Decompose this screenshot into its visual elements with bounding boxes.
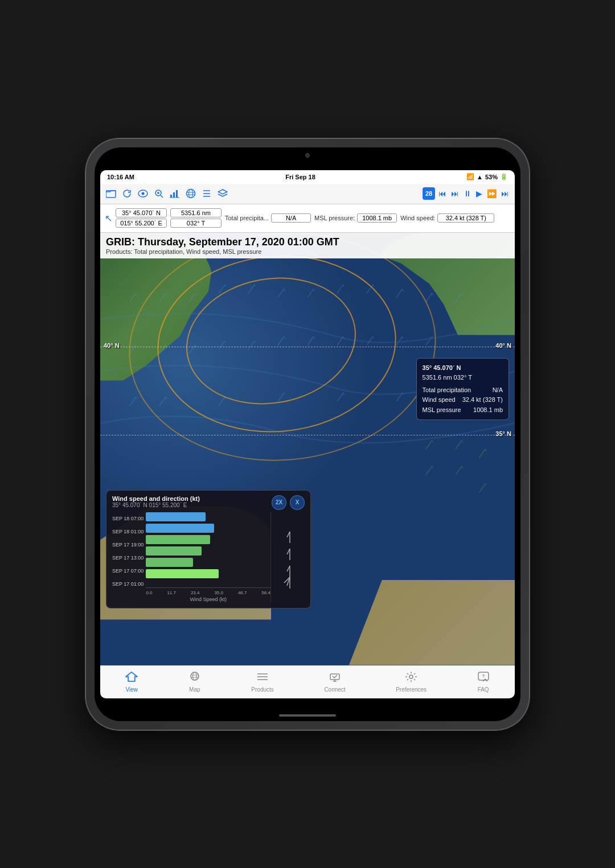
refresh-icon[interactable]: [121, 187, 133, 200]
chart-bar-row: [146, 546, 270, 556]
zoom-icon[interactable]: [153, 187, 165, 200]
coord-group: 35° 45.070´ N 015° 55.200´ E: [116, 208, 167, 228]
msl-value: 1008.1 mb: [357, 213, 397, 223]
list-icon[interactable]: [200, 187, 213, 200]
dist-group: 5351.6 nm 032° T: [170, 208, 222, 228]
chart-bars-area: 0.011.723.435.046.758.4 Wind Speed (kt): [146, 512, 270, 602]
chart-icon[interactable]: [169, 187, 181, 200]
camera-dot: [305, 153, 310, 158]
chart-labels: SEP 18 07:00SEP 18 01:00SEP 17 19:00SEP …: [112, 512, 146, 602]
chart-row-label: SEP 17 01:00: [112, 581, 144, 587]
svg-rect-9: [176, 190, 178, 198]
tab-map[interactable]: Map: [184, 669, 206, 695]
chart-bar-row: [146, 512, 270, 521]
lon-field[interactable]: 015° 55.200´ E: [116, 219, 167, 228]
eye-icon[interactable]: [137, 187, 149, 200]
chart-row-label: SEP 18 07:00: [112, 516, 144, 521]
svg-point-38: [409, 675, 413, 678]
chart-body: SEP 18 07:00SEP 18 01:00SEP 17 19:00SEP …: [106, 512, 310, 608]
map-header: GRIB: Thursday, September 17, 2020 01:00…: [100, 233, 515, 258]
tab-map-icon: [188, 671, 201, 685]
precip-pair: Total precipita... N/A: [225, 213, 311, 223]
popup-wind-value: 32.4 kt (328 T): [462, 395, 503, 405]
chart-title-area: Wind speed and direction (kt) 35° 45.070…: [112, 495, 200, 508]
chart-x-tick: 23.4: [191, 590, 200, 595]
layers-icon[interactable]: [216, 187, 229, 200]
step-fwd-btn[interactable]: ⏩: [486, 189, 498, 198]
chart-x-tick: 11.7: [167, 590, 176, 595]
chart-x-tick: 46.7: [238, 590, 247, 595]
status-right: 📶 ▲ 53% 🔋: [466, 173, 508, 180]
lat-field[interactable]: 35° 45.070´ N: [116, 208, 167, 217]
svg-line-4: [161, 195, 163, 198]
tab-connect[interactable]: Connect: [319, 669, 350, 695]
tab-map-label: Map: [189, 686, 200, 693]
precip-label: Total precipita...: [225, 215, 269, 221]
dist-field[interactable]: 5351.6 nm: [170, 208, 222, 217]
home-indicator[interactable]: [279, 714, 336, 717]
battery-icon: 🔋: [500, 173, 508, 180]
device-inner: 10:16 AM Fri Sep 18 📶 ▲ 53% 🔋: [95, 147, 520, 721]
tab-products[interactable]: Products: [247, 669, 278, 695]
step-back-btn[interactable]: ⏭: [450, 189, 460, 198]
chart-header: Wind speed and direction (kt) 35° 45.070…: [106, 491, 310, 512]
popup-msl-label: MSL pressure: [423, 405, 461, 416]
tab-preferences-icon: [405, 671, 417, 685]
info-popup: 35° 45.070´ N 5351.6 nm 032° T Total pre…: [416, 358, 509, 421]
chart-bar-row: [146, 535, 270, 544]
precip-value: N/A: [271, 213, 311, 223]
lat-label-40-right: 40° N: [495, 342, 511, 349]
chart-bar: [146, 512, 206, 521]
svg-rect-8: [173, 192, 175, 198]
cursor-icon: ↖: [105, 213, 112, 224]
globe-icon[interactable]: [184, 187, 197, 200]
chart-row-label: SEP 18 01:00: [112, 529, 144, 534]
tab-faq-label: FAQ: [478, 686, 489, 693]
play-btn[interactable]: ▶: [475, 189, 483, 198]
tab-products-icon: [256, 671, 269, 685]
popup-precip-label: Total precipitation: [423, 385, 472, 396]
tab-faq[interactable]: ?FAQ: [473, 669, 494, 695]
tab-bar: ViewMapProductsConnectPreferences?FAQ: [100, 665, 515, 698]
chart-controls: 2X X: [272, 495, 305, 510]
skip-end-btn[interactable]: ⏭: [500, 189, 510, 198]
chart-close-button[interactable]: X: [290, 495, 305, 510]
status-date: Fri Sep 18: [285, 174, 315, 180]
chart-row-label: SEP 17 19:00: [112, 542, 144, 548]
coord-bar: ↖ 35° 45.070´ N 015° 55.200´ E 5351.6 nm…: [100, 204, 515, 233]
skip-start-btn[interactable]: ⏮: [437, 189, 448, 198]
bearing-field[interactable]: 032° T: [170, 219, 222, 228]
tab-view-icon: [125, 671, 138, 685]
chart-bar-row: [146, 558, 270, 567]
wind-pair: Wind speed: 32.4 kt (328 T): [400, 213, 494, 223]
svg-marker-28: [126, 672, 137, 681]
device-frame: 10:16 AM Fri Sep 18 📶 ▲ 53% 🔋: [85, 138, 530, 730]
chart-row-label: SEP 17 13:00: [112, 555, 144, 561]
map-area[interactable]: GRIB: Thursday, September 17, 2020 01:00…: [100, 233, 515, 665]
toolbar-right: 28 ⏮ ⏭ ⏸ ▶ ⏩ ⏭: [423, 187, 510, 200]
lat-label-35-right: 35° N: [495, 430, 511, 437]
chart-x-tick: 35.0: [214, 590, 223, 595]
tab-preferences[interactable]: Preferences: [391, 669, 431, 695]
chart-title: Wind speed and direction (kt): [112, 495, 200, 502]
chart-subtitle: 35° 45.070´ N 015° 55.200´ E: [112, 502, 200, 508]
folder-icon[interactable]: [105, 187, 117, 200]
tab-view[interactable]: View: [121, 669, 142, 695]
day-badge[interactable]: 28: [423, 187, 435, 200]
chart-x-label: Wind Speed (kt): [146, 597, 270, 602]
popup-wind-label: Wind speed: [423, 395, 456, 405]
map-title: GRIB: Thursday, September 17, 2020 01:00…: [106, 236, 509, 248]
chart-x-axis: 0.011.723.435.046.758.4: [146, 587, 270, 595]
chart-bar-row: [146, 569, 270, 578]
chart-x-tick: 58.4: [261, 590, 270, 595]
pause-btn[interactable]: ⏸: [462, 189, 473, 198]
svg-point-12: [189, 190, 193, 198]
toolbar: 28 ⏮ ⏭ ⏸ ▶ ⏩ ⏭: [100, 184, 515, 204]
chart-bar: [146, 558, 192, 567]
chart-2x-button[interactable]: 2X: [272, 495, 286, 510]
chart-bar: [146, 524, 214, 533]
wind-label: Wind speed:: [400, 215, 435, 221]
status-bar: 10:16 AM Fri Sep 18 📶 ▲ 53% 🔋: [100, 170, 515, 184]
lat-label-40-left: 40° N: [104, 342, 120, 349]
tab-preferences-label: Preferences: [396, 686, 427, 693]
